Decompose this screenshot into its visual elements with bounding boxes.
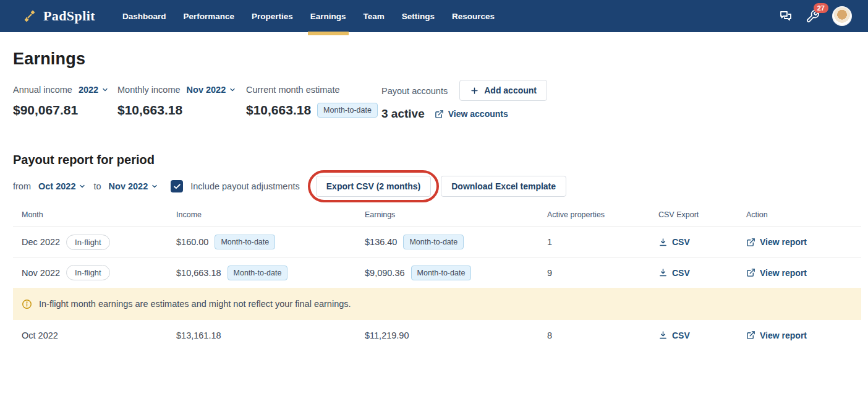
view-report-link[interactable]: View report	[746, 237, 861, 247]
payout-report-title: Payout report for period	[13, 153, 855, 167]
in-flight-badge: In-flight	[66, 265, 110, 280]
estimate-value: $10,663.18	[246, 103, 311, 118]
csv-download-link[interactable]: CSV	[658, 268, 746, 278]
plus-icon	[470, 86, 479, 95]
external-link-icon	[746, 268, 755, 277]
to-month-dropdown[interactable]: Nov 2022	[109, 181, 159, 191]
month-to-date-badge: Month-to-date	[403, 235, 464, 249]
check-icon	[173, 183, 181, 191]
view-report-link[interactable]: View report	[746, 268, 861, 278]
external-link-icon	[435, 110, 444, 119]
padsplit-logo-icon	[22, 8, 38, 24]
table-row: Nov 2022 In-flight $10,663.18 Month-to-d…	[13, 257, 861, 288]
col-header-csv-export: CSV Export	[658, 210, 746, 219]
download-icon	[658, 268, 668, 277]
add-account-button[interactable]: Add account	[459, 80, 547, 101]
include-adjustments-checkbox[interactable]	[171, 180, 183, 192]
nav-right: 27	[778, 6, 852, 26]
view-report-link[interactable]: View report	[746, 330, 861, 340]
earnings-cell: $9,090.36	[365, 268, 405, 278]
table-row: Dec 2022 In-flight $160.00 Month-to-date…	[13, 227, 861, 257]
col-header-active-properties: Active properties	[547, 210, 658, 219]
estimate-label: Current month estimate	[246, 85, 340, 95]
chevron-down-icon	[229, 86, 236, 93]
nav-item-settings[interactable]: Settings	[393, 0, 443, 32]
month-to-date-badge: Month-to-date	[411, 266, 472, 280]
top-nav: PadSplit Dashboard Performance Propertie…	[0, 0, 868, 32]
nav-item-properties[interactable]: Properties	[243, 0, 302, 32]
content: Earnings Annual income 2022 $90,067.81 M…	[0, 50, 868, 350]
notifications-badge: 27	[814, 3, 828, 13]
month-to-date-badge: Month-to-date	[317, 103, 378, 118]
chevron-down-icon	[101, 86, 109, 93]
monthly-income-label: Monthly income	[117, 85, 181, 95]
annual-income-value: $90,067.81	[13, 103, 117, 118]
table-row: Oct 2022 $13,161.18 $11,219.90 8 CSV Vie…	[13, 320, 861, 350]
payout-accounts-label: Payout accounts	[381, 86, 448, 96]
view-accounts-link[interactable]: View accounts	[435, 109, 508, 119]
current-month-estimate-stat: Current month estimate $10,663.18 Month-…	[246, 85, 381, 118]
chevron-down-icon	[79, 183, 86, 190]
external-link-icon	[746, 238, 755, 247]
active-properties-cell: 9	[547, 268, 658, 278]
income-cell: $13,161.18	[176, 330, 221, 340]
report-controls: from Oct 2022 to Nov 2022 Include payout…	[13, 176, 855, 197]
to-label: to	[93, 181, 101, 191]
from-label: from	[13, 181, 31, 191]
notice-text: In-flight month earnings are estimates a…	[39, 299, 351, 309]
padsplit-logo[interactable]: PadSplit	[22, 8, 95, 24]
active-tab-indicator	[308, 32, 349, 35]
month-cell: Nov 2022	[22, 268, 60, 278]
col-header-action: Action	[746, 210, 861, 219]
csv-download-link[interactable]: CSV	[658, 237, 746, 247]
download-icon	[658, 330, 668, 340]
avatar[interactable]	[832, 6, 852, 26]
download-excel-template-button[interactable]: Download Excel template	[441, 176, 566, 197]
in-flight-badge: In-flight	[66, 235, 110, 250]
annual-year-dropdown[interactable]: 2022	[79, 85, 109, 95]
earnings-cell: $136.40	[365, 237, 397, 247]
col-header-income: Income	[176, 210, 365, 219]
tools-icon[interactable]: 27	[806, 9, 820, 24]
month-to-date-badge: Month-to-date	[228, 266, 288, 280]
summary-row: Annual income 2022 $90,067.81 Monthly in…	[13, 85, 855, 121]
month-cell: Dec 2022	[22, 237, 60, 247]
export-csv-button[interactable]: Export CSV (2 months)	[316, 176, 431, 197]
nav-item-team[interactable]: Team	[355, 0, 393, 32]
include-adjustments-label: Include payout adjustments	[190, 181, 300, 191]
payout-accounts-stat: Payout accounts Add account 3 active Vie…	[381, 85, 547, 121]
col-header-month: Month	[22, 210, 176, 219]
page-title: Earnings	[13, 50, 855, 69]
brand-name: PadSplit	[43, 8, 95, 24]
earnings-page: PadSplit Dashboard Performance Propertie…	[0, 0, 868, 393]
payout-accounts-value: 3 active	[381, 107, 425, 121]
col-header-earnings: Earnings	[365, 210, 547, 219]
csv-download-link[interactable]: CSV	[658, 330, 746, 340]
download-icon	[658, 238, 668, 247]
annual-income-label: Annual income	[13, 85, 72, 95]
info-icon	[22, 299, 32, 309]
nav-item-performance[interactable]: Performance	[174, 0, 243, 32]
income-cell: $10,663.18	[176, 268, 221, 278]
table-header: Month Income Earnings Active properties …	[13, 210, 861, 227]
chevron-down-icon	[151, 183, 158, 190]
payout-table: Month Income Earnings Active properties …	[13, 210, 861, 350]
monthly-month-dropdown[interactable]: Nov 2022	[187, 85, 237, 95]
nav-item-resources[interactable]: Resources	[443, 0, 503, 32]
external-link-icon	[746, 330, 755, 340]
month-to-date-badge: Month-to-date	[215, 235, 275, 249]
income-cell: $160.00	[176, 237, 208, 247]
from-month-dropdown[interactable]: Oct 2022	[38, 181, 86, 191]
earnings-cell: $11,219.90	[365, 330, 409, 340]
in-flight-notice-banner: In-flight month earnings are estimates a…	[13, 288, 861, 320]
nav-items: Dashboard Performance Properties Earning…	[114, 0, 503, 32]
active-properties-cell: 8	[547, 330, 658, 340]
monthly-income-stat: Monthly income Nov 2022 $10,663.18	[117, 85, 246, 118]
nav-item-earnings[interactable]: Earnings	[302, 0, 355, 32]
active-properties-cell: 1	[547, 237, 658, 247]
monthly-income-value: $10,663.18	[117, 103, 246, 118]
messages-icon[interactable]	[778, 9, 793, 24]
annual-income-stat: Annual income 2022 $90,067.81	[13, 85, 117, 118]
month-cell: Oct 2022	[22, 330, 58, 340]
nav-item-dashboard[interactable]: Dashboard	[114, 0, 175, 32]
